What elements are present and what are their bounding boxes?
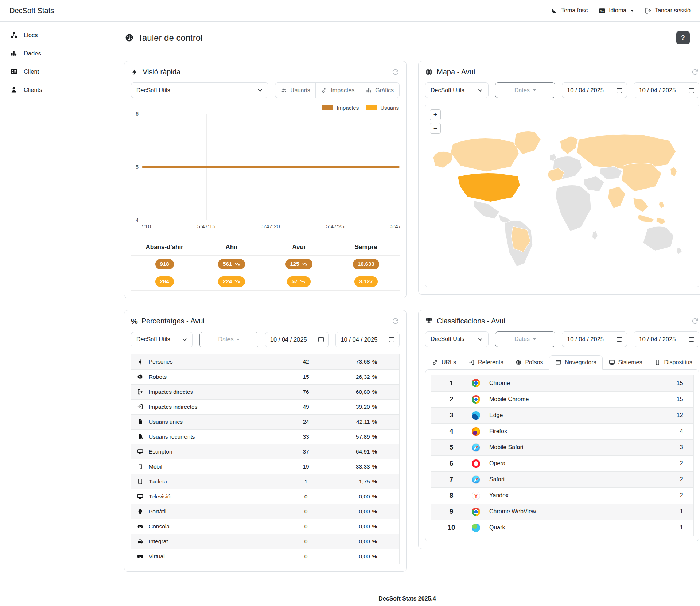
tab-sistemes[interactable]: Sistemes [603,355,649,370]
world-map[interactable]: + − [425,105,699,287]
trophy-icon [425,317,433,325]
help-button[interactable]: ? [676,31,690,44]
date-to-input[interactable]: 10 / 04 / 2025 [634,82,699,98]
percent-icon: % [372,463,377,470]
rank-number: 3 [431,411,472,419]
grafics-button[interactable]: Gràfics [360,82,400,98]
date-to-input[interactable]: 10 / 04 / 2025 [634,331,699,347]
metric-count: 37 [284,448,328,455]
site-select[interactable]: DecSoft Utils [131,82,268,98]
site-select[interactable]: DecSoft Utils [425,82,489,98]
percent-icon: % [372,553,377,559]
tab-dispositius[interactable]: Dispositius [648,355,698,370]
chrome-icon [472,508,480,516]
browser-name: Edge [489,412,658,419]
date-to-input[interactable]: 10 / 04 / 2025 [335,332,400,347]
sign-in-icon [468,359,475,365]
refresh-button[interactable] [391,317,400,325]
impactes-series-line [142,166,400,168]
metric-percent: 0,00% [328,523,399,530]
x-axis-line [142,220,400,220]
rankings-card: Classificacions - Avui DecSoft Utils Dat… [418,310,700,549]
metric-percent: 0,00% [328,538,399,545]
table-row: Robots 15 26,32% [131,369,399,384]
calendar-icon [617,88,622,93]
table-row: 3 Edge 12 [431,407,693,423]
browser-name: Mobile Chrome [489,396,658,403]
percent-icon: % [372,478,377,485]
map-card: Mapa - Avui DecSoft Utils Dates [418,61,700,295]
percent-icon: % [372,359,377,365]
sidebar-item-clients[interactable]: Clients [0,81,116,99]
table-row: Escriptori 37 64,91% [131,444,399,459]
theme-toggle[interactable]: Tema fosc [551,7,588,14]
metric-percent: 60,80% [328,389,399,395]
logout-button[interactable]: Tancar sessió [645,7,691,14]
refresh-button[interactable] [391,68,400,76]
tab-referents[interactable]: Referents [462,355,509,370]
dates-dropdown-button[interactable]: Dates [495,331,555,347]
trend-down-icon [234,279,240,284]
sidebar-item-llocs[interactable]: Llocs [0,26,116,44]
table-row: 9 Chrome WebView 1 [431,504,693,520]
map-zoom-out-button[interactable]: − [430,123,441,134]
refresh-button[interactable] [691,68,699,76]
x-axis-tick: 5:47:10 [142,223,151,229]
dates-dropdown-button[interactable]: Dates [495,82,555,98]
chevron-down-icon [478,337,483,342]
metric-label: Robots [149,374,284,380]
chrome-icon [472,395,480,404]
y-axis-tick: 6 [136,111,139,117]
map-zoom-in-button[interactable]: + [430,109,441,120]
vr-goggles-icon [137,553,143,559]
bar-chart-icon [10,50,18,57]
usuaris-button[interactable]: Usuaris [275,82,316,98]
tab-navegadors[interactable]: Navegadors [549,355,602,370]
rank-number: 5 [431,443,472,451]
date-from-input[interactable]: 10 / 04 / 2025 [562,82,627,98]
chart-plot-area: 6 5 4 [142,114,400,220]
lightning-icon [131,68,139,76]
refresh-button[interactable] [691,317,699,325]
sign-in-icon [137,404,143,410]
percent-icon: % [372,419,377,425]
date-from-input[interactable]: 10 / 04 / 2025 [265,332,329,347]
browser-count: 2 [658,492,693,499]
metric-percent: 0,00% [328,508,399,515]
tab-paisos[interactable]: Països [509,355,549,370]
y-axis-tick: 4 [136,217,139,223]
legend-swatch [366,105,377,110]
logout-icon [645,7,652,14]
refresh-icon [691,68,699,76]
site-select[interactable]: DecSoft Utils [131,332,193,347]
percent-icon: % [372,508,377,514]
app-brand: DecSoft Stats [9,7,54,15]
watch-icon [137,508,143,514]
refresh-icon [691,317,699,325]
usuaris-summary-row: 284 224 57 3.127 [131,273,400,291]
rankings-title: Classificacions - Avui [425,317,505,325]
dates-dropdown-button[interactable]: Dates [199,332,258,347]
sidebar-item-client[interactable]: Client [0,62,116,81]
browser-count: 2 [658,476,693,483]
theme-toggle-label: Tema fosc [561,7,588,14]
sidebar-item-label: Llocs [24,32,38,39]
date-from-input[interactable]: 10 / 04 / 2025 [562,331,627,347]
sidebar-item-label: Clients [24,86,42,93]
language-menu[interactable]: Idioma [599,7,634,14]
rank-number: 9 [431,508,472,516]
status-badge: 561 [218,259,245,269]
summary-column: Avui [292,244,306,251]
table-row: Persones 42 73,68% [131,354,399,369]
sidebar-item-dades[interactable]: Dades [0,44,116,62]
metric-percent: 26,32% [328,374,399,380]
app-version: DecSoft Stats 2025.4 [124,595,691,602]
refresh-icon [391,68,400,76]
rank-number: 1 [431,379,472,387]
site-select[interactable]: DecSoft Utils [425,331,489,347]
metric-percent: 0,00% [328,493,399,500]
impactes-button[interactable]: Impactes [315,82,360,98]
tab-urls[interactable]: URLs [426,355,462,370]
trend-down-icon [300,279,306,284]
status-badge: 224 [218,276,245,287]
